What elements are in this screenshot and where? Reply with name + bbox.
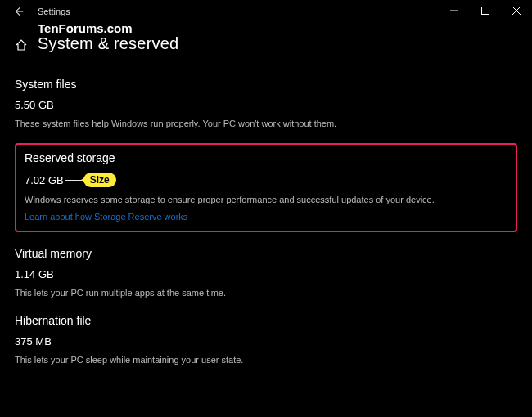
maximize-button[interactable] bbox=[470, 0, 501, 21]
hibernation-value: 375 MB bbox=[15, 335, 517, 348]
back-button[interactable] bbox=[11, 4, 26, 19]
maximize-icon bbox=[481, 7, 489, 15]
virtual-memory-value: 1.14 GB bbox=[15, 268, 517, 280]
section-system-files: System files 5.50 GB These system files … bbox=[15, 78, 517, 130]
reserved-value-row: 7.02 GB —— Size bbox=[25, 173, 507, 187]
reserved-value: 7.02 GB bbox=[25, 174, 64, 186]
section-virtual-memory: Virtual memory 1.14 GB This lets your PC… bbox=[15, 247, 517, 299]
system-files-desc: These system files help Windows run prop… bbox=[15, 118, 399, 130]
content: System files 5.50 GB These system files … bbox=[0, 58, 532, 375]
hibernation-title: Hibernation file bbox=[15, 314, 517, 327]
window-controls bbox=[439, 0, 532, 21]
virtual-memory-desc: This lets your PC run multiple apps at t… bbox=[15, 287, 399, 299]
system-files-value: 5.50 GB bbox=[15, 99, 517, 111]
section-reserved-storage: Reserved storage 7.02 GB —— Size Windows… bbox=[15, 143, 517, 231]
window-title: Settings bbox=[38, 7, 70, 16]
reserved-desc: Windows reserves some storage to ensure … bbox=[25, 194, 507, 206]
close-icon bbox=[512, 7, 521, 15]
reserved-learn-link[interactable]: Learn about how Storage Reserve works bbox=[25, 212, 187, 222]
size-callout: Size bbox=[83, 173, 116, 187]
minimize-button[interactable] bbox=[439, 0, 470, 21]
hibernation-desc: This lets your PC sleep while maintainin… bbox=[15, 354, 399, 366]
page-title: System & reserved bbox=[38, 34, 178, 53]
section-hibernation: Hibernation file 375 MB This lets your P… bbox=[15, 314, 517, 366]
svg-rect-1 bbox=[482, 7, 489, 15]
home-icon[interactable] bbox=[15, 38, 28, 52]
system-files-title: System files bbox=[15, 78, 517, 91]
minimize-icon bbox=[450, 7, 458, 15]
virtual-memory-title: Virtual memory bbox=[15, 247, 517, 260]
arrow-left-icon bbox=[13, 6, 25, 17]
reserved-title: Reserved storage bbox=[25, 151, 507, 164]
watermark: TenForums.com bbox=[38, 21, 133, 35]
close-button[interactable] bbox=[501, 0, 532, 21]
